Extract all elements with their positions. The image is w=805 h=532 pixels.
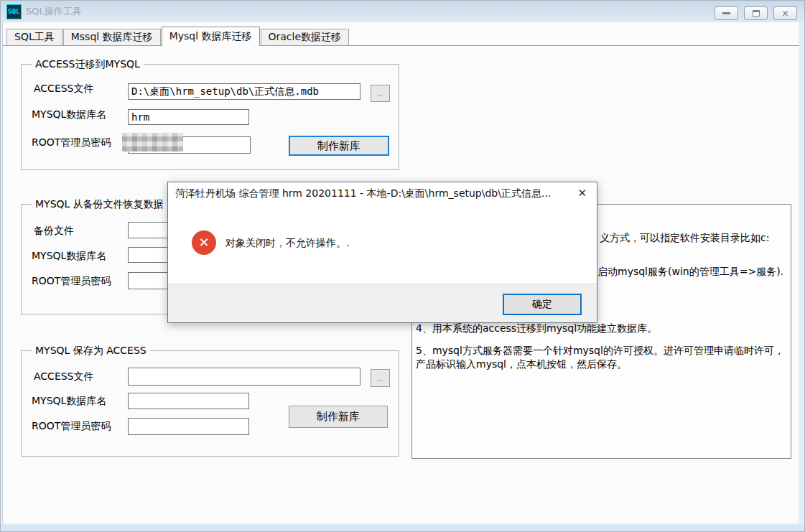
group-mysql-save-as-access: MYSQL 保存为 ACCESS ACCESS文件 .. MYSQL数据库名 R… [21,350,399,457]
make-database-button[interactable]: 制作新库 [289,406,388,428]
group-title: ACCESS迁移到MYSQL [32,58,144,71]
dialog-close-icon: ✕ [577,187,587,200]
make-database-button[interactable]: 制作新库 [289,136,389,156]
access-file-input[interactable] [128,368,360,386]
access-file-label: ACCESS文件 [34,370,94,383]
access-file-input[interactable] [128,83,360,100]
mysql-dbname-label: MYSQL数据库名 [32,395,106,408]
instruction-item-4: 4、用本系统的access迁移到mysql功能建立数据库。 [416,322,657,335]
mysql-dbname-input[interactable] [128,109,249,125]
close-button[interactable]: ✕ [773,6,797,20]
group-title: MYSQL 从备份文件恢复数据 [32,198,167,211]
tab-bar: SQL工具 Mssql 数据库迁移 Mysql 数据库迁移 Oracle数据迁移 [3,27,799,46]
access-file-label: ACCESS文件 [34,83,94,95]
mysql-dbname-input[interactable] [128,393,249,409]
close-icon: ✕ [781,9,788,18]
maximize-icon [753,10,760,17]
minimize-icon [722,12,730,14]
tab-sql-tools[interactable]: SQL工具 [6,29,62,45]
backup-file-label: 备份文件 [34,225,74,238]
window-right-border [799,22,804,523]
dialog-message: 对象关闭时，不允许操作。. [225,237,349,250]
group-access-to-mysql: ACCESS迁移到MYSQL ACCESS文件 .. MYSQL数据库名 ROO… [21,64,399,170]
browse-access-file-button[interactable]: .. [371,369,390,387]
root-password-label: ROOT管理员密码 [32,136,111,149]
tab-oracle-migration[interactable]: Oracle数据迁移 [261,29,350,45]
dialog-close-button[interactable]: ✕ [577,187,587,200]
dialog-footer: 确定 [168,284,597,322]
maximize-button[interactable] [744,6,768,20]
window-left-border [1,22,3,523]
app-window: SQL SQL操作工具 ✕ SQL工具 Mssql 数据库迁移 Mysql 数据… [0,0,805,532]
error-icon: ✕ [192,230,216,255]
mysql-dbname-label: MYSQL数据库名 [32,250,106,263]
root-password-label: ROOT管理员密码 [32,275,111,288]
instruction-fragment-1: 义方式，可以指定软件安装目录比如c: [600,232,769,245]
app-icon: SQL [6,4,22,19]
window-controls: ✕ [715,6,797,20]
tab-mysql-migration[interactable]: Mysql 数据库迁移 [162,27,260,46]
tab-mssql-migration[interactable]: Mssql 数据库迁移 [63,29,161,45]
password-censor-mosaic [122,133,183,151]
window-bottom-border [1,523,804,531]
ok-button[interactable]: 确定 [503,294,582,315]
error-dialog: 菏泽牡丹机场 综合管理 hrm 20201111 - 本地-D:\桌面\hrm_… [167,182,597,323]
instruction-item-5: 5、mysql方式服务器需要一个针对mysql的许可授权。进许可管理申请临时许可… [416,344,787,371]
instruction-fragment-2: 启动mysql服务(win的管理工具=>服务). [597,266,783,279]
titlebar: SQL SQL操作工具 ✕ [1,1,804,22]
window-title: SQL操作工具 [26,5,82,18]
root-password-label: ROOT管理员密码 [32,420,111,433]
browse-access-file-button[interactable]: .. [371,85,390,102]
root-password-input[interactable] [128,418,249,435]
minimize-button[interactable] [715,6,738,20]
error-icon-glyph: ✕ [198,236,209,249]
mysql-dbname-label: MYSQL数据库名 [32,108,106,121]
group-title: MYSQL 保存为 ACCESS [32,345,150,358]
dialog-title: 菏泽牡丹机场 综合管理 hrm 20201111 - 本地-D:\桌面\hrm_… [175,187,568,200]
